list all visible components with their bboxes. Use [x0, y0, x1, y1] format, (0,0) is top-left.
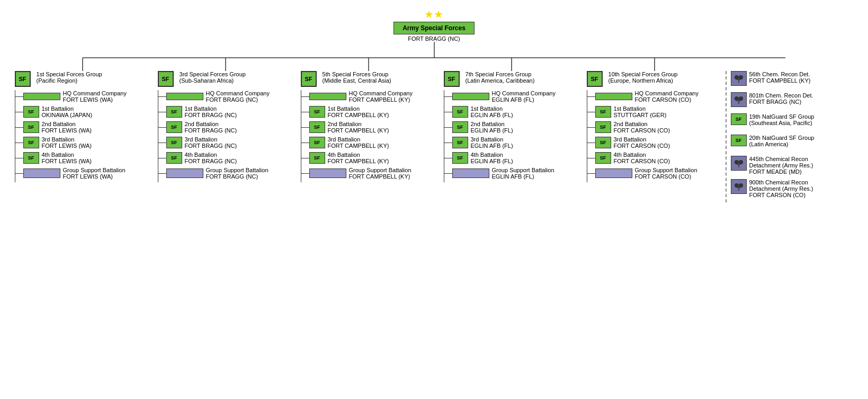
grp10-hq-name: HQ Command Company: [635, 90, 699, 96]
right-19ng-subtitle: (Southeast Asia, Pacific): [749, 120, 815, 126]
grp7-bn1-location: EGLIN AFB (FL): [471, 112, 513, 118]
grp5-bn1: SF 1st Battalion FORT CAMPBELL (KY): [309, 105, 435, 118]
grp3-bn1-text: 1st Battalion FORT BRAGG (NC): [185, 105, 237, 118]
grp3-support-name: Group Support Battalion: [206, 167, 269, 173]
grp1-bn1: SF 1st Battalion OKINAWA (JAPAN): [23, 105, 149, 118]
group-10-header: SF 10th Special Forces Group (Europe, No…: [587, 71, 721, 88]
group-3-name: 3rd Special Forces Group: [180, 71, 246, 77]
grp10-support-box: [595, 169, 632, 178]
grp3-support: Group Support Battalion FORT BRAGG (NC): [166, 167, 292, 180]
grp1-bn4-box: SF: [23, 152, 39, 164]
right-unit-20ng: SF 20th NatGuard SF Group (Latin America…: [731, 135, 854, 152]
grp5-hq-box: [309, 93, 346, 100]
right-19ng-name: 19th NatGuard SF Group: [749, 113, 815, 120]
group-10-vert-bar: [587, 90, 587, 182]
grp3-bn1-box: SF: [166, 106, 182, 118]
grp3-bn2-box: SF: [166, 121, 182, 133]
group-7-header: SF 7th Special Forces Group (Latin Ameri…: [444, 71, 578, 88]
grp5-bn4-location: FORT CAMPBELL (KY): [328, 158, 389, 164]
right-801th-icon: [731, 92, 747, 107]
group-7-text: 7th Special Forces Group (Latin America,…: [466, 71, 535, 84]
grp1-bn2-name: 2nd Battalion: [42, 121, 92, 127]
grp5-hq: HQ Command Company FORT CAMPBELL (KY): [309, 90, 435, 103]
grp10-bn4-name: 4th Battalion: [614, 152, 670, 158]
grp7-bn4: SF 4th Battalion EGLIN AFB (FL): [452, 152, 578, 164]
grp5-bn1-box: SF: [309, 106, 325, 118]
grp1-bn2-box: SF: [23, 121, 39, 133]
group-10-icon-area: SF: [587, 71, 603, 87]
group-1-icon-area: SF: [15, 71, 31, 87]
grp10-support: Group Support Battalion FORT CARSON (CO): [595, 167, 721, 180]
group-1-sf-box: SF: [15, 71, 31, 87]
grp3-hq-name: HQ Command Company: [206, 90, 270, 96]
grp3-hq-text: HQ Command Company FORT BRAGG (NC): [206, 90, 270, 103]
right-445th-icon: [731, 156, 747, 171]
grp7-support: Group Support Battalion EGLIN AFB (FL): [452, 167, 578, 180]
group-7-name: 7th Special Forces Group: [466, 71, 535, 77]
grp1-bn4-name: 4th Battalion: [42, 152, 92, 158]
right-445th-text: 445th Chemical Recon Detachment (Army Re…: [749, 156, 813, 175]
grp5-bn1-name: 1st Battalion: [328, 105, 389, 112]
grp7-support-location: EGLIN AFB (FL): [492, 173, 554, 180]
grp1-support-text: Group Support Battalion FORT LEWIS (WA): [63, 167, 126, 180]
grp1-support-name: Group Support Battalion: [63, 167, 126, 173]
group-5-vert-bar: [301, 90, 301, 182]
grp3-bn2: SF 2nd Battalion FORT BRAGG (NC): [166, 121, 292, 134]
grp1-hq-box: [23, 93, 60, 100]
top-unit-box: Army Special Forces: [393, 22, 475, 34]
svg-point-8: [739, 75, 743, 79]
grp3-bn3-box: SF: [166, 137, 182, 148]
grp3-bn2-text: 2nd Battalion FORT BRAGG (NC): [185, 121, 237, 134]
right-unit-56th: 56th Chem. Recon Det. FORT CAMPBELL (KY): [731, 71, 854, 88]
grp7-bn2-text: 2nd Battalion EGLIN AFB (FL): [471, 121, 513, 134]
grp7-hq-box: [452, 93, 489, 100]
grp10-bn1-box: SF: [595, 106, 611, 118]
group-3-header: SF 3rd Special Forces Group (Sub-Saharan…: [158, 71, 292, 88]
group-5-subtitle: (Middle East, Central Asia): [323, 77, 391, 84]
grp3-support-location: FORT BRAGG (NC): [206, 173, 269, 180]
group-7-subunits: HQ Command Company EGLIN AFB (FL) SF 1st…: [444, 90, 578, 182]
grp7-support-name: Group Support Battalion: [492, 167, 554, 173]
grp7-support-box: [452, 169, 489, 178]
grp10-bn4-text: 4th Battalion FORT CARSON (CO): [614, 152, 670, 164]
svg-point-15: [735, 160, 739, 164]
grp7-bn3-box: SF: [452, 137, 468, 148]
grp5-hq-location: FORT CAMPBELL (KY): [349, 96, 413, 103]
grp3-bn3-location: FORT BRAGG (NC): [185, 143, 237, 149]
grp7-hq-text: HQ Command Company EGLIN AFB (FL): [492, 90, 556, 103]
group-10-subtitle: (Europe, Northern Africa): [609, 77, 678, 84]
group-1-vert-bar: [15, 90, 15, 182]
right-900th-location: FORT CARSON (CO): [749, 192, 813, 198]
grp5-bn3: SF 3rd Battalion FORT CAMPBELL (KY): [309, 136, 435, 149]
grp10-bn4: SF 4th Battalion FORT CARSON (CO): [595, 152, 721, 164]
grp1-hq-location: FORT LEWIS (WA): [63, 96, 127, 103]
grp7-support-text: Group Support Battalion EGLIN AFB (FL): [492, 167, 554, 180]
connector-area: [11, 42, 858, 71]
right-56th-text: 56th Chem. Recon Det. FORT CAMPBELL (KY): [749, 71, 811, 84]
grp10-bn3-location: FORT CARSON (CO): [614, 143, 670, 149]
group-1-text: 1st Special Forces Group (Pacific Region…: [37, 71, 102, 84]
group-1-subunits: HQ Command Company FORT LEWIS (WA) SF 1s…: [15, 90, 149, 182]
group-3-icon-area: SF: [158, 71, 174, 87]
grp7-hq-location: EGLIN AFB (FL): [492, 96, 556, 103]
group-col-7: SF 7th Special Forces Group (Latin Ameri…: [440, 71, 583, 182]
grp5-bn2-box: SF: [309, 121, 325, 133]
grp10-bn3: SF 3rd Battalion FORT CARSON (CO): [595, 136, 721, 149]
grp10-bn3-box: SF: [595, 137, 611, 148]
grp3-hq-box: [166, 93, 203, 100]
group-10-text: 10th Special Forces Group (Europe, North…: [609, 71, 678, 84]
grp1-support: Group Support Battalion FORT LEWIS (WA): [23, 167, 149, 180]
grp5-support-text: Group Support Battalion FORT CAMPBELL (K…: [349, 167, 411, 180]
right-unit-801th: 801th Chem. Recon Det. FORT BRAGG (NC): [731, 92, 854, 109]
grp7-hq: HQ Command Company EGLIN AFB (FL): [452, 90, 578, 103]
grp5-bn4-name: 4th Battalion: [328, 152, 389, 158]
grp7-bn2: SF 2nd Battalion EGLIN AFB (FL): [452, 121, 578, 134]
group-5-sf-box: SF: [301, 71, 317, 87]
grp5-support-location: FORT CAMPBELL (KY): [349, 173, 411, 180]
rank-stars: ★★: [424, 8, 443, 21]
grp3-bn2-location: FORT BRAGG (NC): [185, 127, 237, 134]
group-7-icon-area: SF: [444, 71, 460, 87]
group-10-subunits: HQ Command Company FORT CARSON (CO) SF 1…: [587, 90, 721, 182]
group-10-name: 10th Special Forces Group: [609, 71, 678, 77]
svg-point-12: [739, 96, 743, 101]
